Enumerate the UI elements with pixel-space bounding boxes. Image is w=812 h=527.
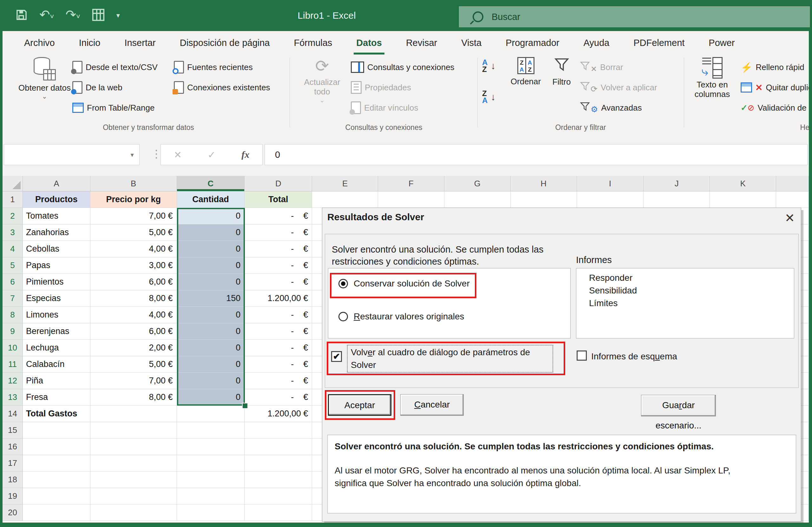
cell-A12[interactable]: Piña: [23, 373, 90, 389]
cell-B1[interactable]: Precio por kg: [90, 192, 177, 208]
cell-A7[interactable]: Especias: [23, 290, 90, 307]
formula-input[interactable]: 0: [264, 144, 808, 165]
col-header-H[interactable]: H: [511, 176, 577, 192]
cell-B9[interactable]: 6,00 €: [90, 323, 177, 340]
cell-C20[interactable]: [177, 505, 245, 521]
informes-item-sensibilidad[interactable]: Sensibilidad: [576, 284, 794, 297]
from-text-csv-button[interactable]: Desde el texto/CSV: [72, 60, 158, 75]
cell-B16[interactable]: [90, 439, 177, 455]
cell-A1[interactable]: Productos: [23, 192, 90, 208]
accept-button[interactable]: Aceptar: [328, 394, 391, 416]
cell-C7[interactable]: 150: [177, 290, 245, 307]
cell-C1[interactable]: Cantidad: [177, 192, 245, 208]
text-to-columns-button[interactable]: ⤷ Texto en columnas: [688, 57, 737, 99]
row-header-7[interactable]: 7: [2, 290, 23, 307]
col-header-G[interactable]: G: [444, 176, 511, 192]
cell-G1[interactable]: [444, 192, 511, 208]
cell-C6[interactable]: 0: [177, 274, 245, 290]
cell-C3[interactable]: 0: [177, 224, 245, 241]
sort-za-button[interactable]: ZA↓: [482, 89, 495, 105]
cell-H1[interactable]: [511, 192, 577, 208]
row-header-6[interactable]: 6: [2, 274, 23, 290]
search-input[interactable]: Buscar: [459, 6, 810, 27]
cell-B17[interactable]: [90, 455, 177, 471]
cell-B20[interactable]: [90, 505, 177, 521]
tab-power[interactable]: Power: [697, 31, 746, 55]
cell-B4[interactable]: 4,00 €: [90, 241, 177, 257]
cell-D16[interactable]: [245, 439, 312, 455]
tab-insertar[interactable]: Insertar: [112, 31, 168, 55]
restore-original-values-radio[interactable]: Restaurar valores originales: [338, 312, 464, 322]
cell-A3[interactable]: Zanahorias: [23, 224, 90, 241]
cell-A6[interactable]: Pimientos: [23, 274, 90, 290]
save-scenario-button[interactable]: Guardar escenario...: [641, 395, 716, 417]
row-header-4[interactable]: 4: [2, 241, 23, 257]
existing-connections-button[interactable]: Conexiones existentes: [174, 80, 270, 95]
cell-C12[interactable]: 0: [177, 373, 245, 389]
cell-B14[interactable]: [90, 406, 177, 422]
from-web-button[interactable]: De la web: [72, 80, 122, 95]
cell-E1[interactable]: [312, 192, 378, 208]
name-box-caret-icon[interactable]: ▼: [129, 152, 135, 159]
informes-item-responder[interactable]: Responder: [576, 272, 794, 284]
cell-D4[interactable]: - €: [245, 241, 312, 257]
cell-A2[interactable]: Tomates: [23, 208, 90, 224]
cell-D5[interactable]: - €: [245, 257, 312, 274]
row-header-17[interactable]: 17: [2, 455, 23, 471]
cell-A17[interactable]: [23, 455, 90, 471]
cell-F1[interactable]: [378, 192, 444, 208]
tab-pdfelement[interactable]: PDFelement: [621, 31, 697, 55]
cell-A9[interactable]: Berenjenas: [23, 323, 90, 340]
cell-A5[interactable]: Papas: [23, 257, 90, 274]
redo-icon[interactable]: ↷˅: [66, 0, 80, 32]
row-header-10[interactable]: 10: [2, 340, 23, 356]
cell-C10[interactable]: 0: [177, 340, 245, 356]
cell-D9[interactable]: - €: [245, 323, 312, 340]
cancel-button[interactable]: Cancelar: [400, 394, 464, 416]
cell-B5[interactable]: 3,00 €: [90, 257, 177, 274]
customize-qat-caret-icon[interactable]: ▾: [116, 11, 120, 20]
cell-C19[interactable]: [177, 488, 245, 505]
tab-datos[interactable]: Datos: [344, 31, 394, 55]
col-header-K[interactable]: K: [710, 176, 776, 192]
cell-B11[interactable]: 5,00 €: [90, 356, 177, 373]
insert-function-icon[interactable]: fx: [241, 149, 249, 160]
cell-A20[interactable]: [23, 505, 90, 521]
cell-C5[interactable]: 0: [177, 257, 245, 274]
row-header-5[interactable]: 5: [2, 257, 23, 274]
cell-C18[interactable]: [177, 471, 245, 488]
return-to-dialog-checkbox[interactable]: ✔: [331, 351, 342, 362]
cell-D15[interactable]: [245, 422, 312, 439]
cell-B18[interactable]: [90, 471, 177, 488]
cell-D7[interactable]: 1.200,00 €: [245, 290, 312, 307]
cell-J1[interactable]: [643, 192, 710, 208]
row-header-11[interactable]: 11: [2, 356, 23, 373]
row-header-8[interactable]: 8: [2, 307, 23, 323]
col-header-D[interactable]: D: [245, 176, 312, 192]
cell-C2[interactable]: 0: [177, 208, 245, 224]
cell-C4[interactable]: 0: [177, 241, 245, 257]
table-view-icon[interactable]: [92, 8, 105, 23]
col-header-F[interactable]: F: [378, 176, 444, 192]
row-header-20[interactable]: 20: [2, 505, 23, 521]
from-table-range-button[interactable]: From Table/Range: [72, 100, 155, 115]
tab-inicio[interactable]: Inicio: [67, 31, 113, 55]
row-header-1[interactable]: 1: [2, 192, 23, 208]
data-validation-button[interactable]: ✓⊘ Validación de: [741, 100, 807, 115]
save-icon[interactable]: [15, 9, 28, 22]
row-header-2[interactable]: 2: [2, 208, 23, 224]
cell-D14[interactable]: 1.200,00 €: [245, 406, 312, 422]
select-all-corner[interactable]: [2, 176, 23, 192]
cell-D17[interactable]: [245, 455, 312, 471]
col-header-A[interactable]: A: [23, 176, 90, 192]
cell-A4[interactable]: Cebollas: [23, 241, 90, 257]
get-data-button[interactable]: Obtener datos⌄: [18, 57, 71, 100]
tab-disposición-de-página[interactable]: Disposición de página: [168, 31, 282, 55]
cell-D3[interactable]: - €: [245, 224, 312, 241]
cell-C14[interactable]: [177, 406, 245, 422]
col-header-B[interactable]: B: [90, 176, 177, 192]
close-icon[interactable]: ✕: [782, 210, 798, 226]
cell-D20[interactable]: [245, 505, 312, 521]
cell-B12[interactable]: 7,00 €: [90, 373, 177, 389]
cell-A16[interactable]: [23, 439, 90, 455]
